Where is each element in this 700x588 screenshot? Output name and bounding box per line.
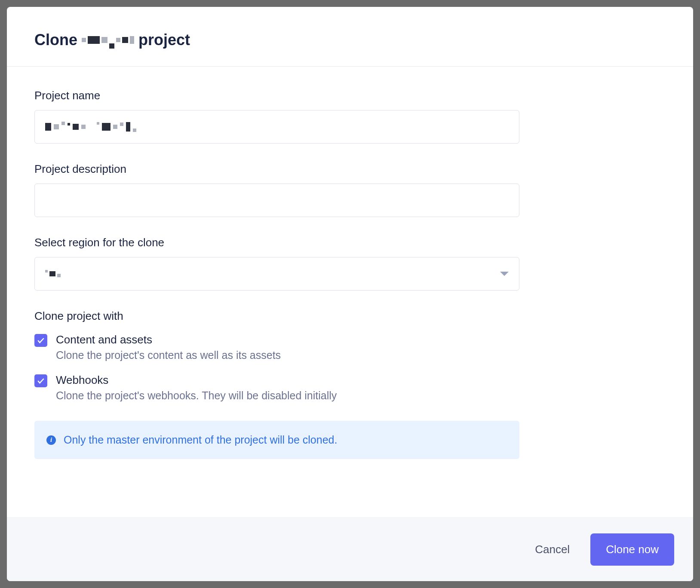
project-description-label: Project description — [34, 162, 666, 176]
title-suffix: project — [138, 31, 190, 49]
project-description-group: Project description — [34, 162, 666, 217]
checkbox-webhooks-text: Webhooks Clone the project's webhooks. T… — [56, 374, 666, 402]
project-description-input[interactable] — [34, 184, 519, 217]
modal-title: Clone project — [34, 31, 666, 49]
region-group: Select region for the clone — [34, 236, 666, 291]
modal-footer: Cancel Clone now — [7, 518, 693, 581]
project-name-input[interactable] — [34, 110, 519, 144]
checkbox-description: Clone the project's content as well as i… — [56, 349, 666, 361]
title-prefix: Clone — [34, 31, 77, 49]
project-name-label: Project name — [34, 89, 666, 102]
region-select[interactable] — [34, 257, 519, 291]
project-name-group: Project name — [34, 89, 666, 144]
clone-now-button[interactable]: Clone now — [590, 533, 674, 566]
checkbox-content-assets-text: Content and assets Clone the project's c… — [56, 333, 666, 361]
info-banner: i Only the master environment of the pro… — [34, 421, 519, 459]
checkbox-description: Clone the project's webhooks. They will … — [56, 389, 666, 402]
check-icon — [37, 336, 45, 345]
info-icon: i — [46, 435, 56, 445]
region-label: Select region for the clone — [34, 236, 666, 249]
checkbox-webhooks: Webhooks Clone the project's webhooks. T… — [34, 374, 666, 402]
clone-with-heading: Clone project with — [34, 309, 666, 323]
modal-body: Project name — [7, 67, 693, 518]
checkbox-content-assets-box[interactable] — [34, 334, 47, 347]
checkbox-label: Content and assets — [56, 333, 666, 346]
checkbox-label: Webhooks — [56, 374, 666, 387]
redacted-region-value — [45, 271, 61, 276]
checkbox-content-assets: Content and assets Clone the project's c… — [34, 333, 666, 361]
clone-project-modal: Clone project Project name — [7, 7, 693, 581]
redacted-project-name — [82, 36, 134, 44]
chevron-down-icon — [500, 272, 509, 276]
check-icon — [37, 377, 45, 385]
info-text: Only the master environment of the proje… — [64, 434, 337, 446]
clone-with-section: Clone project with Content and assets Cl… — [34, 309, 666, 402]
modal-header: Clone project — [7, 7, 693, 67]
checkbox-webhooks-box[interactable] — [34, 374, 47, 387]
cancel-button[interactable]: Cancel — [526, 536, 578, 563]
redacted-input-value — [45, 122, 136, 132]
